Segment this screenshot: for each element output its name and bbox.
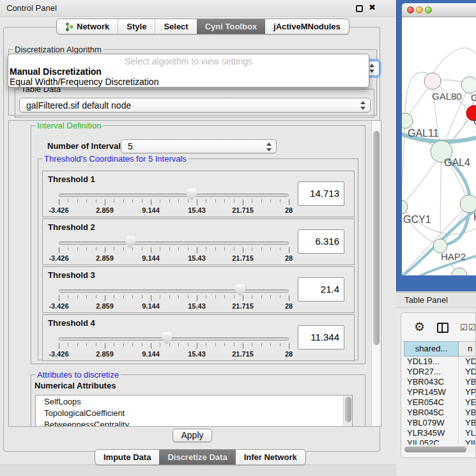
split-columns-icon[interactable]	[437, 323, 449, 333]
node-labels: GAL80 GAL C GAL11 GAL4 GCY1 H HAP2	[403, 91, 476, 262]
tab-impute-data[interactable]: Impute Data	[95, 450, 159, 464]
node[interactable]	[460, 195, 476, 213]
slider-tick-label: 2.859	[96, 302, 114, 310]
column-checkboxes-icon[interactable]: ☑☑	[460, 323, 476, 332]
tab-label: Cyni Toolbox	[205, 19, 257, 34]
slider-tick-label: -3.426	[49, 350, 68, 358]
tab-discretize-data[interactable]: Discretize Data	[159, 450, 235, 464]
slider-major-ticks	[59, 343, 289, 349]
dropdown-option-equal-width[interactable]: Equal Width/Frequency Discretization	[10, 77, 158, 87]
network-canvas[interactable]: GAL80 GAL C GAL11 GAL4 GCY1 H HAP2	[402, 17, 476, 275]
threshold-2-value-field[interactable]: 6.316	[298, 229, 344, 254]
tab-label: jActiveMNodules	[273, 19, 341, 34]
group-title: Interval Definition	[35, 121, 103, 130]
table-cell: YDL19...	[404, 357, 459, 367]
node-gal80[interactable]	[424, 73, 441, 89]
float-window-icon[interactable]	[356, 5, 363, 12]
slider-tick-label: 9.144	[142, 302, 160, 310]
list-scrollbar[interactable]	[343, 395, 352, 427]
slider-tick-label: 9.144	[142, 206, 160, 214]
tab-label: Impute Data	[104, 450, 151, 464]
table-cell: YIL0	[459, 438, 476, 445]
tab-jactivemnodules[interactable]: jActiveMNodules	[265, 19, 349, 34]
control-panel: Control Panel ✖ Network Style Sel	[0, 0, 396, 476]
node-label-partial: C	[473, 116, 476, 127]
table-cell: YLR3	[459, 428, 476, 438]
zoom-window-icon[interactable]	[425, 6, 432, 13]
close-window-icon[interactable]	[407, 6, 414, 13]
slider-track[interactable]	[59, 337, 289, 341]
threshold-3-value-field[interactable]: 21.4	[298, 277, 344, 302]
tab-network[interactable]: Network	[57, 19, 118, 34]
column-header-shared-name[interactable]: shared...	[404, 341, 459, 357]
network-graph: GAL80 GAL C GAL11 GAL4 GCY1 H HAP2	[402, 17, 476, 275]
table-header-row: shared... n	[404, 341, 476, 357]
column-header-name[interactable]: n	[459, 341, 476, 357]
cyni-mode-tabs: Impute Data Discretize Data Infer Networ…	[95, 449, 306, 465]
control-panel-titlebar: Control Panel ✖	[0, 0, 396, 17]
network-window-titlebar	[402, 3, 476, 17]
tab-cyni-toolbox[interactable]: Cyni Toolbox	[197, 19, 265, 34]
settings-scrollbar[interactable]	[371, 121, 381, 426]
slider-tick-label: 2.859	[96, 206, 114, 214]
table-row[interactable]: YBR043CYBR0	[404, 377, 476, 387]
tab-infer-network[interactable]: Infer Network	[236, 450, 305, 464]
control-panel-tabs: Network Style Select Cyni Toolbox jActiv…	[56, 19, 349, 35]
node[interactable]	[461, 77, 476, 93]
scrollbar-thumb[interactable]	[373, 131, 380, 345]
slider-track[interactable]	[59, 242, 289, 245]
slider-tick-label: 21.715	[232, 350, 254, 358]
tab-label: Discretize Data	[167, 450, 227, 464]
table-cell: YBR043C	[404, 377, 459, 387]
slider-tick-label: 28	[285, 254, 293, 262]
table-cell: YDR2	[459, 367, 476, 377]
slider-track[interactable]	[59, 289, 289, 293]
slider-tick-label: -3.426	[49, 302, 68, 310]
node-label-gal80: GAL80	[432, 91, 462, 102]
table-row[interactable]: YDR27...YDR2	[404, 367, 476, 377]
apply-button[interactable]: Apply	[173, 429, 212, 442]
close-icon[interactable]: ✖	[369, 3, 376, 12]
table-cell: YIL052C	[404, 438, 459, 445]
table-row[interactable]: YLR345WYLR3	[404, 428, 476, 438]
table-data-group: Table Data galFiltered.sif default node	[15, 89, 374, 118]
table-row[interactable]: YBL079WYBL0	[404, 418, 476, 428]
node-label-gal4: GAL4	[444, 157, 470, 168]
tab-style[interactable]: Style	[118, 19, 155, 34]
node-table: shared... n YDL19...YDL1YDR27...YDR2YBR0…	[404, 341, 476, 445]
scrollbar-thumb[interactable]	[404, 447, 466, 452]
slider-track[interactable]	[59, 194, 289, 197]
slider-tick-label: 28	[285, 350, 293, 358]
tab-select[interactable]: Select	[155, 19, 196, 34]
table-data-combobox[interactable]: galFiltered.sif default node	[19, 98, 371, 112]
node-gal11[interactable]	[402, 113, 413, 128]
table-row[interactable]: YPR145WYPR1	[404, 387, 476, 397]
scrollbar-thumb[interactable]	[345, 397, 351, 422]
threshold-4-panel: Threshold 4 -3.4262.8599.14415.4321.7152…	[42, 314, 355, 361]
slider-major-ticks	[59, 247, 289, 253]
attribute-item[interactable]: TopologicalCoefficient	[36, 407, 352, 418]
table-cell: YER0	[459, 397, 476, 408]
table-row[interactable]: YBR045CYBR0	[404, 408, 476, 418]
attribute-item[interactable]: SelfLoops	[36, 395, 352, 407]
minimize-window-icon[interactable]	[416, 6, 423, 13]
attribute-item[interactable]: BetweennessCentrality	[36, 418, 352, 427]
threshold-1-value-field[interactable]: 14.713	[298, 181, 344, 206]
node-gcy1[interactable]	[402, 200, 408, 214]
threshold-4-value-field[interactable]: 11.344	[298, 325, 344, 349]
tab-label: Network	[77, 19, 109, 34]
table-row[interactable]: YIL052CYIL0	[404, 438, 476, 445]
table-horizontal-scrollbar[interactable]	[404, 446, 474, 453]
slider-tick-label: 15.43	[188, 350, 206, 358]
thresholds-coordinates-group: Threshold's Coordinates for 5 Intervals …	[38, 158, 358, 360]
control-panel-footer	[0, 464, 396, 476]
settings-scroll-area: Interval Definition Number of Intervals …	[8, 120, 381, 427]
table-cell: YBL079W	[404, 418, 459, 428]
attributes-to-discretize-group: Attributes to discretize Numerical Attri…	[31, 374, 365, 427]
dropdown-option-manual[interactable]: Manual Discretization	[10, 66, 102, 77]
gear-icon[interactable]: ⚙	[414, 319, 425, 334]
slider-tick-label: 21.715	[232, 254, 254, 262]
table-row[interactable]: YER054CYER0	[404, 397, 476, 408]
table-row[interactable]: YDL19...YDL1	[404, 357, 476, 367]
number-of-intervals-combobox[interactable]: 5	[121, 139, 277, 153]
